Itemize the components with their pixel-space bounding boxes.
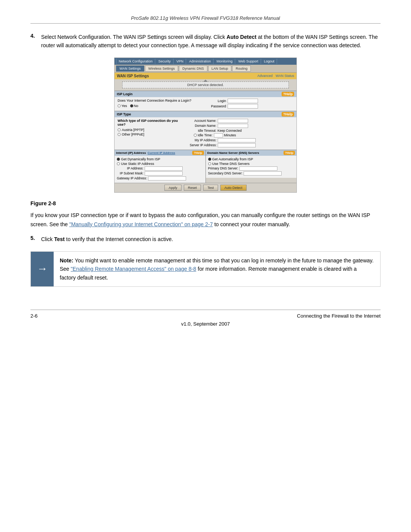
nav-administration[interactable]: Administration [187, 59, 213, 64]
note-box: → Note: You might want to enable remote … [30, 251, 381, 287]
footer-left: 2-6 [30, 313, 38, 319]
idle-time-input[interactable] [214, 133, 223, 137]
footer-right: Connecting the Firewall to the Internet [297, 313, 381, 319]
get-auto-dns-label: Get Automatically from ISP [212, 157, 253, 161]
idle-time-radio[interactable] [194, 134, 197, 137]
radio-yes-circle [118, 104, 121, 107]
use-static-circle [117, 162, 120, 165]
radio-yes-label: Yes [121, 104, 127, 108]
radio-yes[interactable]: Yes [118, 104, 127, 108]
gateway-input[interactable] [148, 176, 186, 181]
paragraph1: If you know your ISP connection type or … [30, 211, 381, 229]
isp-login-section-header: ISP Login ?Help [115, 91, 296, 97]
login-question: Does Your Internet Connection Require a … [118, 99, 204, 102]
internet-ip-section: Internet (IP) Address Current IP Address… [115, 150, 206, 183]
password-input[interactable] [228, 104, 258, 109]
note-link[interactable]: "Enabling Remote Management Access" on p… [71, 266, 196, 272]
internet-ip-header: Internet (IP) Address Current IP Address… [115, 150, 206, 156]
isp-type-help[interactable]: ?Help [282, 112, 294, 117]
get-dynamic-radio[interactable]: Get Dynamically from ISP [117, 157, 203, 161]
current-ip-link[interactable]: Current IP Address [148, 151, 175, 155]
subnav-wan-settings[interactable]: WAN Settings [116, 66, 144, 72]
gateway-label: Gateway IP Address: [117, 176, 147, 180]
subnav-wireless-settings[interactable]: Wireless Settings [145, 66, 178, 72]
dns-help[interactable]: ?Help [284, 151, 295, 155]
nav-web-support[interactable]: Web Support [236, 59, 261, 64]
wan-status-link[interactable]: WAN Status [276, 74, 294, 78]
get-dynamic-label: Get Dynamically from ISP [121, 157, 160, 161]
note-content: Note: You might want to enable remote ma… [54, 252, 380, 286]
screenshot: Network Configuration Security VPN Admin… [114, 58, 297, 193]
para1-link[interactable]: "Manually Configuring your Internet Conn… [69, 221, 213, 227]
apply-button[interactable]: Apply [164, 185, 182, 191]
step-4-number: 4. [30, 33, 38, 50]
my-ip-input[interactable] [218, 138, 256, 142]
internet-ip-help[interactable]: ?Help [192, 151, 204, 155]
subnav-routing[interactable]: Routing [232, 66, 251, 72]
keep-connected-label: Keep Connected [218, 129, 242, 133]
idle-time-label: Idle Time: [198, 133, 213, 137]
dns-header: Domain Name Server (DNS) Servers ?Help [206, 150, 297, 156]
subnet-mask-input[interactable] [145, 171, 183, 176]
nav-monitoring[interactable]: Monitoring [214, 59, 235, 64]
get-auto-dns-circle [208, 158, 211, 161]
subnav-lan-setup[interactable]: LAN Setup [208, 66, 232, 72]
primary-dns-input[interactable] [239, 166, 277, 171]
isp-other-label: Other [PPPoE] [122, 133, 144, 136]
my-ip-label: My IP Address: [190, 138, 217, 142]
sub-nav: WAN Settings Wireless Settings Dynamic D… [115, 65, 296, 73]
button-row: Apply Reset Test Auto Detect [115, 183, 296, 192]
isp-login-help[interactable]: ?Help [282, 92, 294, 96]
auto-detect-button[interactable]: Auto Detect [220, 185, 247, 191]
nav-logout[interactable]: Logout [262, 59, 277, 64]
step-4: 4. Select Network Configuration. The WAN… [30, 33, 381, 50]
subnet-mask-label: IP Subnet Mask: [117, 171, 143, 175]
subnav-dynamic-dns[interactable]: Dynamic DNS [179, 66, 207, 72]
note-bold: Note: [60, 257, 73, 264]
password-field-row: Password [207, 104, 293, 109]
login-input[interactable] [228, 99, 258, 103]
use-static-label: Use Static IP Address [121, 162, 154, 166]
isp-other-circle [118, 133, 121, 136]
bottom-sections: Internet (IP) Address Current IP Address… [115, 150, 296, 183]
nav-vpn[interactable]: VPN [174, 59, 186, 64]
isp-login-title: ISP Login [117, 92, 132, 96]
get-auto-dns-radio[interactable]: Get Automatically from ISP [208, 157, 295, 161]
use-these-dns-radio[interactable]: Use These DNS Servers [208, 162, 295, 166]
login-label: Login [207, 99, 226, 103]
isp-login-right: Login Password [207, 99, 293, 109]
login-field-row: Login [207, 99, 293, 103]
wan-header-links: Advanced WAN Status [257, 74, 294, 78]
isp-austria[interactable]: Austria [PPTP] [118, 128, 187, 132]
ip-address-input[interactable] [145, 166, 183, 171]
account-name-input[interactable] [218, 119, 248, 123]
isp-type-question: Which type of ISP connection do you use? [118, 119, 187, 126]
test-button[interactable]: Test [203, 185, 218, 191]
footer-center: v1.0, September 2007 [30, 321, 381, 327]
domain-name-input[interactable] [218, 124, 248, 128]
step-5: 5. Click Test to verify that the Interne… [30, 235, 381, 243]
para1-after: to connect your router manually. [213, 221, 290, 227]
dhcp-detected-banner: DHCP service detected. [122, 81, 289, 88]
internet-ip-title-text: Internet (IP) Address [116, 151, 146, 155]
radio-no[interactable]: No [130, 104, 139, 108]
server-ip-input[interactable] [218, 143, 256, 147]
ip-address-label: IP Address: [117, 166, 143, 170]
advanced-link[interactable]: Advanced [257, 74, 272, 78]
isp-other[interactable]: Other [PPPoE] [118, 133, 187, 136]
use-static-radio[interactable]: Use Static IP Address [117, 162, 203, 166]
dns-title: Domain Name Server (DNS) Servers [207, 151, 260, 155]
page-footer: 2-6 Connecting the Firewall to the Inter… [30, 310, 381, 319]
nav-security[interactable]: Security [156, 59, 174, 64]
dns-section: Domain Name Server (DNS) Servers ?Help G… [206, 150, 297, 183]
secondary-dns-input[interactable] [244, 171, 282, 176]
my-ip-row: My IP Address: [190, 138, 293, 142]
login-radio-row: Yes No [118, 104, 204, 108]
step5-text-after: to verify that the Internet connection i… [65, 236, 173, 242]
minutes-label: Minutes [224, 133, 236, 137]
note-arrow-icon: → [31, 252, 54, 286]
reset-button[interactable]: Reset [184, 185, 201, 191]
nav-network-config[interactable]: Network Configuration [116, 59, 155, 64]
isp-type-body: Which type of ISP connection do you use?… [115, 117, 296, 150]
use-these-dns-label: Use These DNS Servers [212, 162, 250, 166]
